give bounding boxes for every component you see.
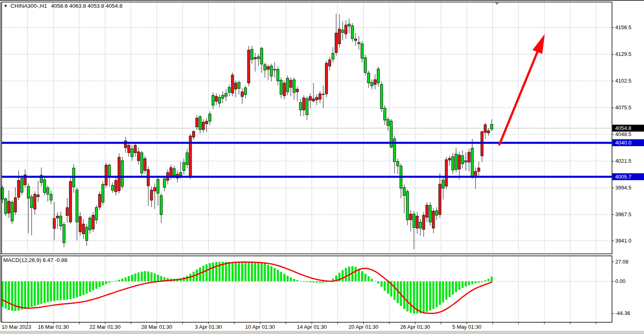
trend-arrow-shaft[interactable] — [499, 50, 538, 145]
symbol-dropdown-triangle-icon[interactable]: ▼ — [4, 4, 8, 8]
level-price-label: 4040.0 — [612, 139, 644, 146]
ohlc-values-label: 4058.6 4063.8 4053.8 4054.8 — [51, 3, 122, 9]
time-axis-label[interactable]: 16 Mar 01:30 — [38, 324, 69, 330]
time-axis-label[interactable]: 14 Apr 01:30 — [297, 324, 327, 330]
trading-chart-window: ▼CHINA300-,H14058.6 4063.8 4053.8 4054.8… — [0, 0, 644, 334]
price-axis-tick: 4048.5 — [615, 131, 631, 138]
price-axis-tick: 4075.5 — [615, 104, 631, 111]
time-axis-label[interactable]: 20 Apr 01:30 — [349, 324, 379, 330]
time-axis-label[interactable]: 26 Apr 01:30 — [400, 324, 430, 330]
price-axis-tick: 3994.5 — [615, 185, 631, 191]
price-axis-tick: 4129.5 — [615, 51, 631, 57]
time-axis-label[interactable]: 22 Mar 01:30 — [90, 324, 121, 330]
price-axis-tick: 4156.5 — [615, 24, 631, 31]
macd-values: 6.47 -0.88 — [43, 257, 68, 263]
symbol-period-label: CHINA300-,H1 — [11, 3, 47, 9]
current-price-label: 4054.8 — [612, 125, 644, 132]
price-axis-tick: 3941.0 — [615, 238, 631, 244]
time-axis-label[interactable]: 5 May 01:30 — [452, 324, 482, 330]
price-axis-tick: 4102.5 — [615, 78, 631, 84]
time-axis-label[interactable]: 10 Mar 2023 — [2, 324, 31, 330]
price-axis-tick: 3967.5 — [615, 211, 631, 218]
macd-name: MACD(12,26,9) — [3, 257, 41, 263]
chart-canvas[interactable] — [0, 0, 644, 334]
macd-axis-tick: 27.08 — [615, 259, 629, 265]
trend-arrow-head-icon[interactable] — [533, 34, 545, 54]
time-axis-label[interactable]: 28 Mar 01:30 — [141, 324, 173, 330]
price-axis-tick: 4021.5 — [615, 158, 631, 164]
time-axis-label[interactable]: 3 Apr 01:30 — [195, 324, 222, 330]
macd-indicator-label: MACD(12,26,9) 6.47 -0.88 — [3, 257, 67, 263]
macd-axis-tick: 0.00 — [615, 278, 625, 285]
window-bottom-border — [0, 331, 644, 334]
chart-title: ▼CHINA300-,H14058.6 4063.8 4053.8 4054.8 — [4, 3, 122, 9]
macd-axis-tick: -44.36 — [615, 310, 630, 317]
chart-shift-triangle-icon[interactable] — [495, 2, 499, 5]
time-axis-label[interactable]: 10 Apr 01:30 — [245, 324, 275, 330]
level-price-label: 4005.7 — [612, 173, 644, 180]
